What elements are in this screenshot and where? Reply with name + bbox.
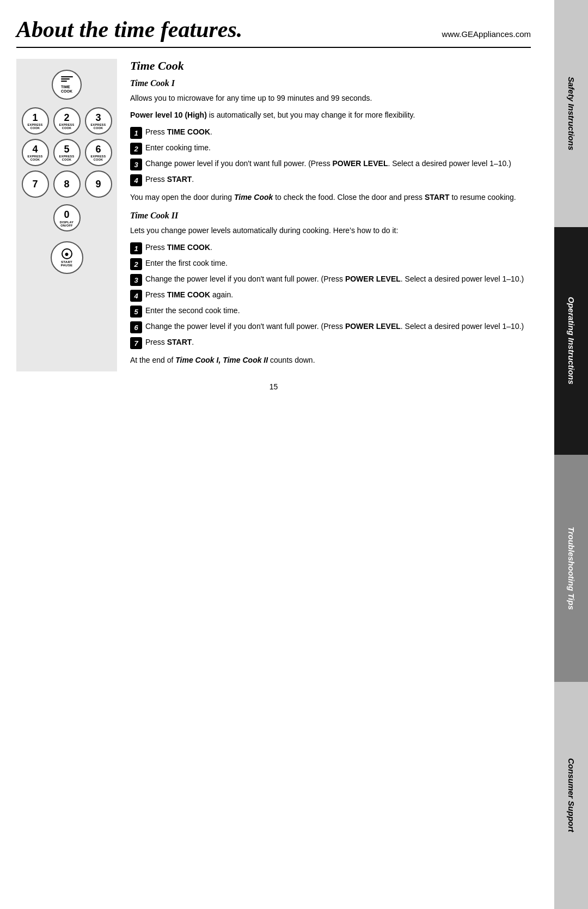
time-cook-ii-intro: Lets you change power levels automatical… [130,225,531,236]
door-bold-1: Time Cook [234,193,273,202]
step-i-3-num: 3 [130,158,142,170]
key-7-num: 7 [32,179,38,189]
sidebar-tab-consumer[interactable]: Consumer Support [554,682,588,909]
step-ii-7-bold: START [167,338,192,346]
key-6[interactable]: 6 EXPRESS COOK [85,139,112,166]
page-title: About the time features. [16,16,242,42]
sidebar-tab-consumer-label: Consumer Support [567,758,576,832]
content-body: TIMECOOK 1 EXPRESS COOK 2 EXPRESS COOK 3… [16,59,531,371]
step-ii-1-text: Press TIME COOK. [145,242,531,253]
door-bold-2: START [425,193,450,202]
time-cook-i-steps: 1 Press TIME COOK. 2 Enter cooking time.… [130,126,531,186]
step-ii-3-bold: POWER LEVEL [345,274,401,283]
start-icon: ● [62,248,72,259]
key-5[interactable]: 5 EXPRESS COOK [53,139,81,166]
key-6-label: EXPRESS COOK [86,155,111,161]
keypad-panel: TIMECOOK 1 EXPRESS COOK 2 EXPRESS COOK 3… [16,59,117,371]
page-header: About the time features. www.GEAppliance… [16,16,531,48]
key-2-label: EXPRESS COOK [54,123,79,130]
step-ii-1-bold: TIME COOK [167,243,210,252]
step-ii-1: 1 Press TIME COOK. [130,242,531,254]
step-i-1-text: Press TIME COOK. [145,126,531,138]
step-ii-7: 7 Press START. [130,337,531,349]
step-ii-5: 5 Enter the second cook time. [130,305,531,318]
sidebar-tab-troubleshooting-label: Troubleshooting Tips [567,527,576,610]
key-1[interactable]: 1 EXPRESS COOK [22,107,49,135]
step-ii-5-text: Enter the second cook time. [145,305,531,316]
power-level-bold: Power level 10 (High) [130,111,207,119]
keypad-grid: 1 EXPRESS COOK 2 EXPRESS COOK 3 EXPRESS … [22,107,112,198]
time-cook-i-title: Time Cook I [130,78,531,88]
footer-text: At the end of Time Cook I, Time Cook II … [130,355,531,366]
step-ii-2-text: Enter the first cook time. [145,258,531,269]
step-ii-6-bold: POWER LEVEL [345,322,401,331]
key-5-num: 5 [64,144,69,154]
key-8-num: 8 [64,179,69,189]
key-9-num: 9 [95,179,101,189]
time-cook-icon [61,76,73,84]
sidebar-tab-operating[interactable]: Operating Instructions [554,227,588,454]
door-text: You may open the door during Time Cook t… [130,192,531,203]
power-text-post: is automatically set, but you may change… [207,111,415,119]
page-url: www.GEAppliances.com [442,29,531,39]
key-2[interactable]: 2 EXPRESS COOK [53,107,81,135]
key-0[interactable]: 0 DISPLAYON/OFF [53,204,81,231]
time-cook-ii-title: Time Cook II [130,211,531,221]
step-ii-3: 3 Change the power level if you don't wa… [130,273,531,286]
key-9[interactable]: 9 [85,170,112,198]
step-ii-6: 6 Change the power level if you don't wa… [130,321,531,333]
step-i-3: 3 Change power level if you don't want f… [130,158,531,170]
page-number: 15 [16,382,531,391]
key-start[interactable]: ● STARTPAUSE [51,241,83,274]
step-i-4-text: Press START. [145,174,531,185]
time-cook-key[interactable]: TIMECOOK [52,70,82,100]
time-cook-key-label: TIMECOOK [61,85,72,93]
key-1-label: EXPRESS COOK [23,123,48,130]
step-ii-1-num: 1 [130,242,142,254]
step-ii-4-text: Press TIME COOK again. [145,289,531,301]
step-ii-4: 4 Press TIME COOK again. [130,289,531,302]
key-3[interactable]: 3 EXPRESS COOK [85,107,112,135]
step-ii-7-num: 7 [130,337,142,349]
sidebar-tab-safety[interactable]: Safety Instructions [554,0,588,227]
key-5-label: EXPRESS COOK [54,155,79,161]
main-content: About the time features. www.GEAppliance… [0,0,553,413]
key-4-label: EXPRESS COOK [23,155,48,161]
text-content: Time Cook Time Cook I Allows you to micr… [130,59,531,371]
key-8[interactable]: 8 [53,170,81,198]
key-0-num: 0 [64,209,69,221]
sidebar-tab-troubleshooting[interactable]: Troubleshooting Tips [554,455,588,682]
key-6-num: 6 [95,144,101,154]
footer-bold: Time Cook I, Time Cook II [175,356,268,364]
step-ii-5-num: 5 [130,306,142,318]
step-ii-3-num: 3 [130,274,142,286]
time-cook-i-power: Power level 10 (High) is automatically s… [130,109,531,121]
key-1-num: 1 [32,113,38,123]
step-ii-4-bold: TIME COOK [167,290,210,299]
step-i-1-bold: TIME COOK [167,127,210,136]
step-ii-4-num: 4 [130,290,142,302]
keypad-top: TIMECOOK [52,70,82,100]
key-4[interactable]: 4 EXPRESS COOK [22,139,49,166]
key-4-num: 4 [32,144,38,154]
step-i-2-num: 2 [130,143,142,155]
key-7[interactable]: 7 [22,170,49,198]
step-i-3-text: Change power level if you don't want ful… [145,158,531,169]
step-ii-6-text: Change the power level if you don't want… [145,321,531,332]
sidebar-tabs: Safety Instructions Operating Instructio… [554,0,588,909]
sidebar-tab-safety-label: Safety Instructions [567,77,576,150]
time-cook-ii-steps: 1 Press TIME COOK. 2 Enter the first coo… [130,242,531,349]
step-ii-6-num: 6 [130,321,142,333]
sidebar-tab-operating-label: Operating Instructions [567,297,576,385]
step-i-1: 1 Press TIME COOK. [130,126,531,139]
step-ii-3-text: Change the power level if you don't want… [145,273,531,285]
step-ii-2: 2 Enter the first cook time. [130,258,531,270]
key-0-label: DISPLAYON/OFF [60,221,74,227]
step-i-4-num: 4 [130,174,142,186]
step-i-4-bold: START [167,175,192,184]
key-start-label: STARTPAUSE [61,260,73,267]
step-i-2: 2 Enter cooking time. [130,142,531,155]
key-3-num: 3 [95,113,101,123]
step-ii-2-num: 2 [130,258,142,270]
step-ii-7-text: Press START. [145,337,531,348]
